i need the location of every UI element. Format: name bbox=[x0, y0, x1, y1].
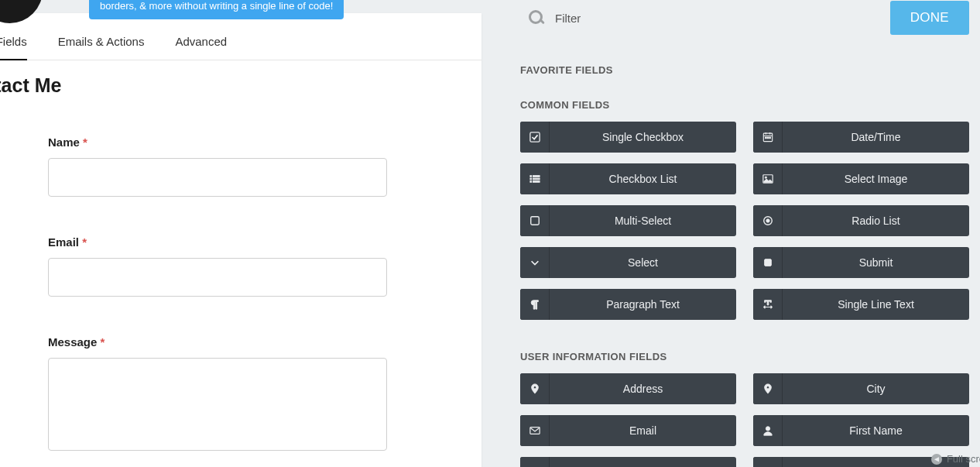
required-mark: * bbox=[101, 335, 105, 349]
filter-wrap bbox=[528, 9, 710, 26]
field-type-label: Checkbox List bbox=[550, 173, 736, 185]
svg-rect-6 bbox=[767, 137, 769, 139]
done-button[interactable]: DONE bbox=[890, 1, 969, 35]
svg-rect-0 bbox=[529, 132, 539, 142]
label-message: Message * bbox=[48, 335, 433, 349]
input-email[interactable] bbox=[48, 258, 387, 297]
svg-rect-12 bbox=[533, 178, 540, 180]
svg-point-15 bbox=[765, 177, 766, 178]
dot-circle-icon bbox=[753, 205, 783, 236]
svg-rect-16 bbox=[530, 217, 539, 225]
user-icon bbox=[753, 415, 783, 446]
form-fields-area: Name * Email * Message * bbox=[0, 97, 481, 454]
fullscreen-label: Full scre bbox=[947, 453, 980, 465]
form-editor-panel: m Fields Emails & Actions Advanced ntact… bbox=[0, 13, 481, 467]
label-name: Name * bbox=[48, 136, 433, 149]
field-type-radio-list[interactable]: Radio List bbox=[753, 205, 969, 236]
field-row-name[interactable]: Name * bbox=[48, 136, 433, 197]
section-common-fields: COMMON FIELDS bbox=[520, 99, 969, 111]
field-type-label: Multi-Select bbox=[550, 215, 736, 227]
search-icon bbox=[528, 9, 545, 26]
field-type-city[interactable]: City bbox=[753, 373, 969, 404]
svg-rect-8 bbox=[529, 176, 531, 177]
square-solid-icon bbox=[753, 247, 783, 278]
user-icon bbox=[520, 457, 550, 467]
section-user-fields: USER INFORMATION FIELDS bbox=[520, 351, 969, 362]
common-fields-grid: Single CheckboxDate/TimeCheckbox ListSel… bbox=[520, 122, 969, 320]
field-type-select-image[interactable]: Select Image bbox=[753, 163, 969, 194]
check-square-icon bbox=[520, 122, 550, 153]
fullscreen-indicator[interactable]: ◄ Full scre bbox=[931, 453, 980, 465]
right-header: DONE bbox=[481, 0, 980, 36]
field-row-email[interactable]: Email * bbox=[48, 235, 433, 297]
field-type-multi-select[interactable]: Multi-Select bbox=[520, 205, 736, 236]
field-type-label: Address bbox=[550, 383, 736, 395]
label-email: Email * bbox=[48, 235, 433, 249]
field-type-date-time[interactable]: Date/Time bbox=[753, 122, 969, 153]
list-icon bbox=[520, 163, 550, 194]
field-type-label: Select bbox=[550, 256, 736, 269]
svg-rect-10 bbox=[529, 181, 531, 183]
form-title[interactable]: ntact Me bbox=[0, 60, 481, 97]
required-mark: * bbox=[82, 235, 87, 249]
calendar-icon bbox=[753, 122, 783, 153]
svg-rect-13 bbox=[533, 181, 540, 183]
field-type-email[interactable]: Email bbox=[520, 415, 736, 446]
user-icon bbox=[753, 457, 783, 467]
field-type-label: Paragraph Text bbox=[550, 298, 736, 311]
field-type-first-name[interactable]: First Name bbox=[753, 415, 969, 446]
chevron-down-icon bbox=[520, 247, 550, 278]
field-type-last-name[interactable]: Last Name bbox=[520, 457, 736, 467]
svg-point-21 bbox=[766, 427, 769, 431]
svg-rect-11 bbox=[533, 176, 540, 177]
arrow-left-icon: ◄ bbox=[931, 454, 942, 465]
input-message[interactable] bbox=[48, 358, 387, 451]
input-name[interactable] bbox=[48, 158, 387, 197]
filter-input[interactable] bbox=[555, 12, 710, 25]
square-icon bbox=[520, 205, 550, 236]
text-width-icon bbox=[753, 289, 783, 320]
field-row-message[interactable]: Message * bbox=[48, 335, 433, 454]
paragraph-icon bbox=[520, 289, 550, 320]
svg-rect-19 bbox=[764, 259, 771, 266]
field-type-label: Single Line Text bbox=[783, 298, 969, 311]
svg-rect-5 bbox=[765, 137, 766, 139]
field-type-single-checkbox[interactable]: Single Checkbox bbox=[520, 122, 736, 153]
field-type-label: Single Checkbox bbox=[550, 131, 736, 143]
tab-emails-actions[interactable]: Emails & Actions bbox=[58, 35, 145, 60]
field-type-label: Date/Time bbox=[783, 131, 969, 143]
svg-rect-9 bbox=[529, 178, 531, 180]
field-type-label: Email bbox=[550, 424, 736, 437]
field-type-address[interactable]: Address bbox=[520, 373, 736, 404]
field-type-checkbox-list[interactable]: Checkbox List bbox=[520, 163, 736, 194]
field-picker-panel: FAVORITE FIELDS COMMON FIELDS Single Che… bbox=[481, 58, 980, 467]
section-favorite-fields: FAVORITE FIELDS bbox=[520, 64, 969, 76]
field-type-label: Select Image bbox=[783, 173, 969, 185]
tab-advanced[interactable]: Advanced bbox=[175, 35, 227, 60]
image-icon bbox=[753, 163, 783, 194]
field-type-label: First Name bbox=[783, 424, 969, 437]
editor-tabs: m Fields Emails & Actions Advanced bbox=[0, 13, 481, 60]
field-type-label: City bbox=[783, 383, 969, 395]
field-type-submit[interactable]: Submit bbox=[753, 247, 969, 278]
field-type-single-line-text[interactable]: Single Line Text bbox=[753, 289, 969, 320]
required-mark: * bbox=[83, 136, 87, 149]
tab-form-fields[interactable]: m Fields bbox=[0, 35, 27, 60]
map-marker-icon bbox=[520, 373, 550, 404]
user-fields-grid: AddressCityEmailFirst NameLast NameCount… bbox=[520, 373, 969, 467]
field-type-label: Submit bbox=[783, 256, 969, 269]
map-marker-icon bbox=[753, 373, 783, 404]
svg-point-18 bbox=[766, 219, 769, 222]
svg-rect-7 bbox=[769, 137, 770, 139]
notice-banner: borders, & more without writing a single… bbox=[89, 0, 344, 19]
field-type-select[interactable]: Select bbox=[520, 247, 736, 278]
field-type-paragraph-text[interactable]: Paragraph Text bbox=[520, 289, 736, 320]
envelope-icon bbox=[520, 415, 550, 446]
field-type-label: Radio List bbox=[783, 215, 969, 227]
